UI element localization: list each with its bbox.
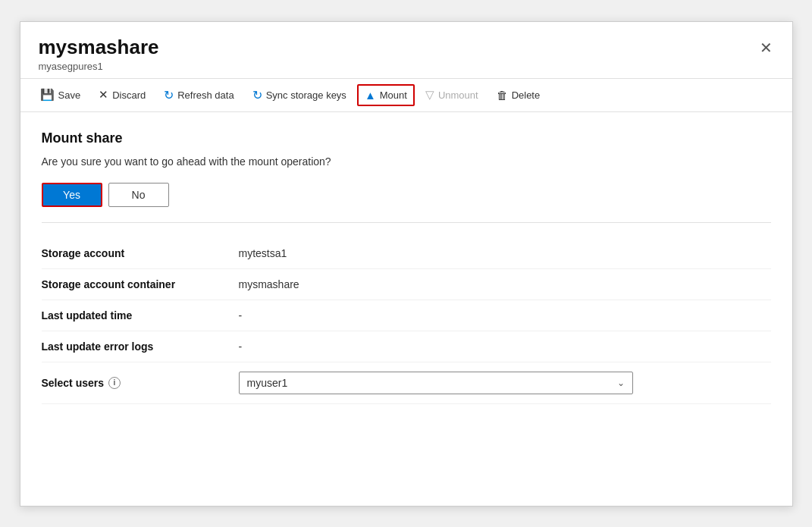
mount-share-box: Mount share Are you sure you want to go … <box>42 130 771 223</box>
sync-label: Sync storage keys <box>266 89 346 101</box>
details-section: Storage account mytestsa1 Storage accoun… <box>42 223 771 404</box>
yes-button[interactable]: Yes <box>42 183 102 207</box>
table-row: Select users i myuser1 ⌄ <box>42 362 771 404</box>
delete-icon: 🗑 <box>497 89 508 102</box>
storage-account-label: Storage account <box>42 247 239 259</box>
storage-account-value: mytestsa1 <box>239 247 287 259</box>
save-button[interactable]: 💾 Save <box>33 83 89 106</box>
sync-button[interactable]: ↻ Sync storage keys <box>245 83 354 107</box>
content-area: Mount share Are you sure you want to go … <box>20 112 792 404</box>
confirmation-buttons: Yes No <box>42 183 771 207</box>
close-button[interactable]: ✕ <box>754 36 779 60</box>
select-users-dropdown[interactable]: myuser1 ⌄ <box>239 372 633 394</box>
mount-icon: ▲ <box>365 89 376 102</box>
save-icon: 💾 <box>40 88 55 102</box>
panel: mysmashare myasegpures1 ✕ 💾 Save ✕ Disca… <box>20 21 793 507</box>
refresh-label: Refresh data <box>177 89 234 101</box>
table-row: Last updated time - <box>42 300 771 331</box>
discard-icon: ✕ <box>99 88 108 102</box>
select-users-label: Select users i <box>42 377 239 389</box>
last-update-error-logs-value: - <box>239 340 243 353</box>
last-updated-time-value: - <box>239 309 243 322</box>
refresh-button[interactable]: ↻ Refresh data <box>156 83 241 107</box>
storage-account-container-value: mysmashare <box>239 278 299 290</box>
select-users-value: myuser1 <box>247 377 288 389</box>
last-updated-time-label: Last updated time <box>42 309 239 322</box>
discard-button[interactable]: ✕ Discard <box>91 83 153 106</box>
toolbar: 💾 Save ✕ Discard ↻ Refresh data ↻ Sync s… <box>20 78 792 112</box>
mount-share-title: Mount share <box>42 130 771 146</box>
table-row: Storage account mytestsa1 <box>42 238 771 269</box>
panel-title: mysmashare <box>39 36 774 59</box>
unmount-button[interactable]: ▽ Unmount <box>418 83 486 106</box>
table-row: Last update error logs - <box>42 331 771 362</box>
chevron-down-icon: ⌄ <box>617 378 625 388</box>
discard-label: Discard <box>112 89 146 101</box>
refresh-icon: ↻ <box>164 88 174 102</box>
delete-button[interactable]: 🗑 Delete <box>489 84 548 106</box>
table-row: Storage account container mysmashare <box>42 269 771 300</box>
no-button[interactable]: No <box>108 183 169 207</box>
close-icon: ✕ <box>760 39 773 56</box>
storage-account-container-label: Storage account container <box>42 278 239 290</box>
mount-button[interactable]: ▲ Mount <box>357 84 415 106</box>
panel-header: mysmashare myasegpures1 ✕ <box>20 22 792 78</box>
last-update-error-logs-label: Last update error logs <box>42 340 239 353</box>
mount-share-description: Are you sure you want to go ahead with t… <box>42 155 771 168</box>
unmount-label: Unmount <box>438 89 478 101</box>
delete-label: Delete <box>512 89 541 101</box>
mount-label: Mount <box>380 89 407 101</box>
info-icon: i <box>108 377 121 389</box>
panel-subtitle: myasegpures1 <box>39 61 774 72</box>
sync-icon: ↻ <box>252 88 262 102</box>
unmount-icon: ▽ <box>425 88 434 102</box>
save-label: Save <box>58 89 81 101</box>
